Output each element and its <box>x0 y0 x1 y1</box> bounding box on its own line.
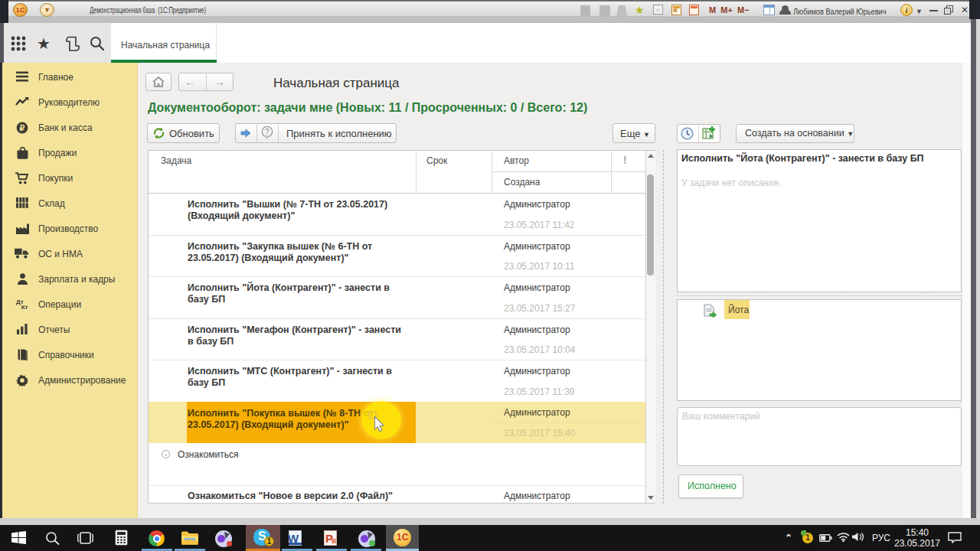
svg-text:?: ? <box>265 128 270 136</box>
svg-text:₽: ₽ <box>20 123 25 132</box>
